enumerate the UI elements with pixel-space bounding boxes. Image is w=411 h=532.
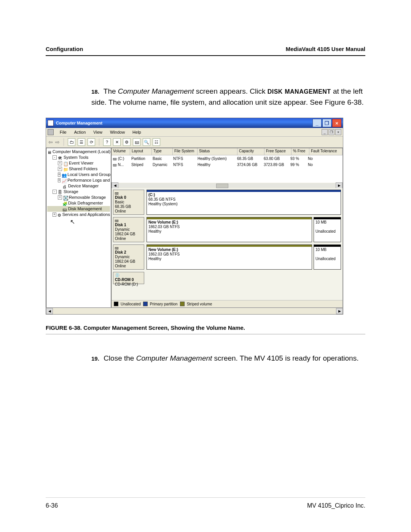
disk0-label[interactable]: 🖴 Disk 0 Basic 68.35 GB Online — [113, 190, 144, 215]
tree-local-users[interactable]: + 👥 Local Users and Groups — [47, 172, 110, 177]
close-button[interactable]: × — [332, 119, 341, 127]
disk0-t3: Online — [115, 209, 126, 213]
disk1-partition[interactable]: New Volume (E:) 1862.03 GB NTFS Healthy — [147, 217, 312, 242]
scroll-left-icon[interactable]: ◀ — [46, 308, 53, 314]
step-18-sc2: Management — [285, 88, 331, 95]
menu-file[interactable]: File — [56, 129, 70, 135]
child-minimize-button[interactable]: _ — [322, 129, 328, 135]
disk-row[interactable]: 🖴 Disk 0 Basic 68.35 GB Online (C:) 68.3… — [113, 190, 341, 215]
disk2-label[interactable]: 🖴 Disk 2 Dynamic 1862.04 GB Online — [113, 244, 144, 270]
toolbar: ⇦ ⇨ 🗀 ☰ ⟳ ? ✕ ⚙ 🖴 🔍 ☷ — [46, 137, 343, 148]
col-capacity[interactable]: Capacity — [237, 148, 264, 155]
scroll-left-icon[interactable]: ◀ — [112, 182, 118, 189]
disk1-label[interactable]: 🖴 Disk 1 Dynamic 1862.04 GB Online — [113, 217, 144, 242]
tree-dmgmt-label: Disk Management — [68, 206, 102, 212]
refresh-icon[interactable]: ⟳ — [88, 138, 95, 146]
col-type[interactable]: Type — [152, 148, 173, 155]
menubar: File Action View Window Help _ ❐ × — [46, 128, 343, 137]
disk2-unallocated[interactable]: 10 MB Unallocated — [314, 244, 341, 270]
tree-root[interactable]: 🖥 Computer Management (Local) — [47, 149, 110, 155]
event-icon: 📋 — [63, 161, 68, 166]
back-button[interactable]: ⇦ — [48, 139, 53, 145]
list-icon[interactable]: 🔍 — [143, 138, 150, 146]
volume-row[interactable]: 🖴 (C:) Partition Basic NTFS Healthy (Sys… — [112, 155, 342, 161]
tree-removable-storage[interactable]: + 💽 Removable Storage — [47, 195, 110, 200]
properties-icon[interactable]: ? — [103, 138, 111, 146]
disk0-partition[interactable]: (C:) 68.35 GB NTFS Healthy (System) — [147, 190, 341, 215]
vol1-ft: No — [306, 162, 339, 167]
menu-window[interactable]: Window — [106, 129, 129, 135]
disk2-partition[interactable]: New Volume (E:) 1862.03 GB NTFS Healthy — [147, 244, 312, 270]
col-faulttol[interactable]: Fault Tolerance — [309, 148, 342, 155]
child-close-button[interactable]: × — [335, 129, 341, 135]
vol0-fsp: 63.80 GB — [262, 156, 289, 161]
vol1-fs: NTFS — [172, 162, 196, 167]
disk-row[interactable]: 🖴 Disk 2 Dynamic 1862.04 GB Online New V… — [113, 244, 341, 270]
users-icon: 👥 — [62, 173, 66, 177]
help-icon[interactable]: 🖴 — [133, 138, 140, 146]
disk2-part-l2: 1862.03 GB NTFS — [148, 252, 180, 256]
volume-hscrollbar[interactable]: ◀ ▶ — [112, 183, 342, 188]
expand-icon[interactable]: + — [58, 195, 62, 200]
tree-rs-label: Removable Storage — [69, 195, 106, 200]
show-hide-icon[interactable]: ☰ — [78, 138, 85, 146]
delete-icon[interactable]: ✕ — [113, 138, 121, 146]
titlebar[interactable]: Computer Management _ ❐ × — [46, 118, 343, 128]
menu-help[interactable]: Help — [129, 129, 145, 135]
disk1-t2: 1862.04 GB — [115, 232, 135, 236]
col-volume[interactable]: Volume — [112, 148, 130, 155]
cd-name: CD-ROM 0 — [115, 278, 142, 282]
disk2-t1: Dynamic — [115, 255, 130, 259]
tree-disk-defrag[interactable]: 🧩 Disk Defragmenter — [47, 200, 110, 206]
col-status[interactable]: Status — [198, 148, 237, 155]
step-19-num: 19. — [91, 355, 99, 362]
volume-row[interactable]: 🖴 N... Striped Dynamic NTFS Healthy 3724… — [112, 161, 342, 168]
tree-event-viewer[interactable]: + 📋 Event Viewer — [47, 160, 110, 166]
tree-storage[interactable]: - 🗄 Storage — [47, 189, 110, 195]
disk0-t2: 68.35 GB — [115, 204, 131, 209]
col-layout[interactable]: Layout — [130, 148, 152, 155]
tree-pane[interactable]: 🖥 Computer Management (Local) - 🛠 System… — [46, 148, 111, 308]
running-head: Configuration MediaVault 4105 User Manua… — [46, 46, 365, 56]
scroll-thumb[interactable] — [118, 183, 336, 188]
cdrom-label[interactable]: 💿 CD-ROM 0 CD-ROM (D:) — [113, 272, 144, 284]
col-freespace[interactable]: Free Space — [264, 148, 292, 155]
expand-icon[interactable]: + — [53, 212, 56, 217]
maximize-button[interactable]: ❐ — [322, 119, 331, 127]
scroll-right-icon[interactable]: ▶ — [336, 308, 343, 314]
tree-system-tools[interactable]: - 🛠 System Tools — [47, 155, 110, 160]
tree-perf-logs[interactable]: + 📈 Performance Logs and Alerts — [47, 177, 110, 183]
tree-hscrollbar[interactable]: ◀ ▶ — [46, 308, 343, 314]
child-restore-button[interactable]: ❐ — [328, 129, 335, 135]
partition-color-bar — [314, 245, 341, 247]
disk2-t2: 1862.04 GB — [115, 259, 135, 264]
tree-shared-folders[interactable]: + 📁 Shared Folders — [47, 166, 110, 172]
scroll-right-icon[interactable]: ▶ — [336, 182, 342, 189]
expand-icon[interactable]: + — [58, 167, 62, 171]
collapse-icon[interactable]: - — [53, 190, 57, 194]
tree-services-apps[interactable]: + ⚙ Services and Applications — [47, 212, 110, 217]
menu-view[interactable]: View — [89, 129, 106, 135]
expand-icon[interactable]: + — [58, 161, 62, 165]
diskmgmt-icon: 🖴 — [62, 207, 67, 211]
cd-t1: CD-ROM (D:) — [115, 282, 138, 286]
collapse-icon[interactable]: - — [53, 155, 57, 160]
up-icon[interactable]: 🗀 — [68, 138, 75, 146]
minimize-button[interactable]: _ — [312, 119, 322, 127]
col-filesystem[interactable]: File System — [173, 148, 198, 155]
forward-button[interactable]: ⇨ — [55, 139, 60, 145]
expand-icon[interactable]: + — [58, 173, 61, 177]
volume-list-header[interactable]: Volume Layout Type File System Status Ca… — [112, 148, 342, 155]
expand-icon[interactable]: + — [58, 178, 61, 182]
tree-disk-management[interactable]: 🖴 Disk Management — [47, 206, 110, 212]
disk1-unallocated[interactable]: 10 MB Unallocated — [314, 217, 341, 242]
settings-icon[interactable]: ⚙ — [123, 138, 131, 146]
tree-device-manager[interactable]: 🖨 Device Manager — [47, 183, 110, 189]
misc-icon[interactable]: ☷ — [153, 138, 160, 146]
menu-action[interactable]: Action — [70, 129, 90, 135]
disk1-part-l3: Healthy — [148, 229, 161, 233]
tree-root-label: Computer Management (Local) — [53, 149, 110, 155]
disk-row[interactable]: 🖴 Disk 1 Dynamic 1862.04 GB Online New V… — [113, 217, 341, 242]
col-pctfree[interactable]: % Free — [292, 148, 309, 155]
disk-row[interactable]: 💿 CD-ROM 0 CD-ROM (D:) — [113, 272, 341, 284]
